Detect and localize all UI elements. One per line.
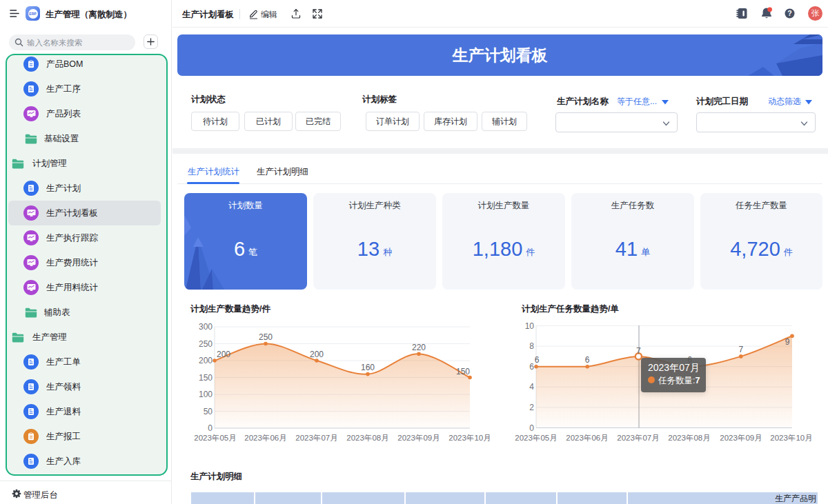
svg-text:2023年10月: 2023年10月 bbox=[448, 434, 491, 442]
svg-text:2023年07月: 2023年07月 bbox=[617, 434, 659, 442]
svg-text:?: ? bbox=[787, 9, 791, 17]
svg-text:7: 7 bbox=[636, 346, 641, 356]
svg-text:2023年06月: 2023年06月 bbox=[566, 434, 608, 442]
svg-text:150: 150 bbox=[456, 367, 470, 376]
svg-text:2023年10月: 2023年10月 bbox=[770, 434, 812, 442]
svg-text:2023年09月: 2023年09月 bbox=[397, 434, 440, 442]
svg-text:7: 7 bbox=[738, 345, 743, 354]
svg-text:2023年05月: 2023年05月 bbox=[194, 434, 236, 442]
svg-text:2023年06月: 2023年06月 bbox=[244, 434, 286, 442]
svg-text:6: 6 bbox=[529, 362, 534, 372]
svg-text:2023年08月: 2023年08月 bbox=[346, 434, 388, 442]
svg-text:0: 0 bbox=[208, 423, 213, 433]
svg-text:300: 300 bbox=[199, 322, 213, 332]
svg-text:200: 200 bbox=[199, 356, 213, 365]
svg-text:2023年09月: 2023年09月 bbox=[720, 434, 762, 442]
svg-text:200: 200 bbox=[310, 350, 324, 359]
svg-text:2023年07月: 2023年07月 bbox=[295, 434, 337, 442]
svg-text:50: 50 bbox=[204, 407, 213, 416]
svg-text:10: 10 bbox=[525, 321, 535, 331]
svg-text:2: 2 bbox=[529, 403, 534, 412]
svg-text:9: 9 bbox=[785, 337, 790, 347]
svg-text:250: 250 bbox=[259, 332, 273, 342]
svg-text:6: 6 bbox=[535, 355, 540, 365]
svg-text:200: 200 bbox=[217, 350, 230, 359]
svg-text:6: 6 bbox=[585, 355, 590, 365]
svg-text:0: 0 bbox=[529, 423, 534, 433]
svg-text:220: 220 bbox=[412, 343, 426, 352]
svg-text:4: 4 bbox=[529, 382, 534, 392]
svg-text:2023年05月: 2023年05月 bbox=[515, 434, 557, 442]
svg-text:250: 250 bbox=[199, 339, 213, 349]
svg-text:150: 150 bbox=[199, 373, 213, 383]
svg-text:100: 100 bbox=[199, 390, 213, 399]
svg-text:160: 160 bbox=[361, 363, 375, 372]
svg-text:8: 8 bbox=[529, 341, 534, 351]
svg-text:2023年08月: 2023年08月 bbox=[668, 434, 710, 442]
